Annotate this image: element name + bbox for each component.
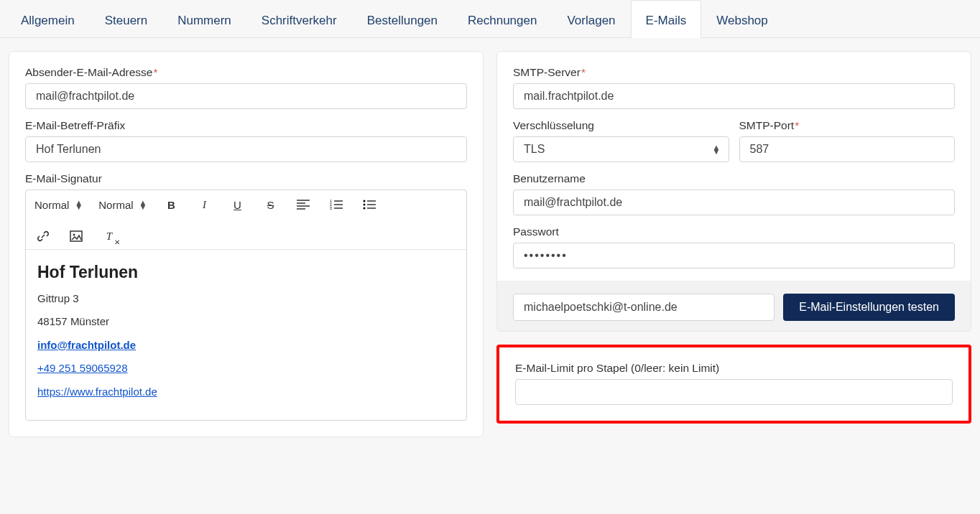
rte-toolbar: Normal ▲▼ Normal ▲▼ B I U S	[26, 190, 466, 250]
bold-icon[interactable]: B	[162, 196, 180, 213]
test-email-input[interactable]	[513, 294, 775, 321]
chevrons-icon: ▲▼	[139, 200, 147, 209]
tab-rechnungen[interactable]: Rechnungen	[453, 0, 552, 38]
tab-steuern[interactable]: Steuern	[90, 0, 163, 38]
signature-editor: Normal ▲▼ Normal ▲▼ B I U S	[25, 190, 467, 421]
email-limit-label: E-Mail-Limit pro Stapel (0/leer: kein Li…	[515, 362, 953, 375]
strikethrough-icon[interactable]: S	[262, 196, 279, 213]
chevrons-icon: ▲▼	[75, 200, 83, 209]
signature-phone-link[interactable]: +49 251 59065928	[37, 362, 128, 374]
smtp-port-label: SMTP-Port*	[739, 119, 956, 132]
link-icon[interactable]	[34, 228, 52, 245]
email-limit-card: E-Mail-Limit pro Stapel (0/leer: kein Li…	[496, 345, 971, 424]
svg-text:3: 3	[330, 206, 332, 210]
svg-point-5	[364, 207, 366, 210]
tab-vorlagen[interactable]: Vorlagen	[552, 0, 630, 38]
sender-card: Absender-E-Mail-Adresse* E-Mail-Betreff-…	[9, 51, 484, 437]
svg-point-3	[364, 200, 366, 202]
signature-heading: Hof Terlunen	[37, 260, 455, 285]
rte-font-select[interactable]: Normal ▲▼	[98, 199, 147, 211]
image-icon[interactable]	[68, 228, 85, 245]
signature-content[interactable]: Hof Terlunen Gittrup 3 48157 Münster inf…	[26, 250, 466, 420]
tab-nummern[interactable]: Nummern	[162, 0, 246, 38]
sender-email-input[interactable]	[25, 83, 467, 109]
smtp-server-label: SMTP-Server*	[513, 66, 955, 79]
smtp-server-input[interactable]	[513, 83, 955, 109]
encryption-label: Verschlüsselung	[513, 119, 729, 132]
signature-address2: 48157 Münster	[37, 314, 455, 330]
svg-point-7	[73, 234, 75, 236]
tab-schriftverkehr[interactable]: Schriftverkehr	[246, 0, 352, 38]
underline-icon[interactable]: U	[228, 196, 246, 213]
signature-url-link[interactable]: https://www.frachtpilot.de	[37, 386, 157, 398]
signature-label: E-Mail-Signatur	[25, 172, 467, 185]
password-label: Passwort	[513, 225, 955, 238]
subject-prefix-input[interactable]	[25, 136, 467, 162]
subject-prefix-label: E-Mail-Betreff-Präfix	[25, 119, 467, 132]
italic-icon[interactable]: I	[195, 196, 213, 213]
signature-email-link[interactable]: info@frachtpilot.de	[37, 339, 136, 351]
align-icon[interactable]	[295, 196, 312, 213]
smtp-card: SMTP-Server* Verschlüsselung ▲▼	[496, 51, 971, 285]
tabs-bar: Allgemein Steuern Nummern Schriftverkehr…	[0, 0, 980, 38]
email-limit-input[interactable]	[515, 379, 953, 405]
tab-bestellungen[interactable]: Bestellungen	[352, 0, 453, 38]
sender-email-label: Absender-E-Mail-Adresse*	[25, 66, 467, 79]
ordered-list-icon[interactable]: 123	[328, 196, 345, 213]
smtp-port-input[interactable]	[739, 136, 956, 162]
test-row: E-Mail-Einstellungen testen	[496, 281, 971, 332]
tab-emails[interactable]: E-Mails	[631, 0, 702, 38]
test-settings-button[interactable]: E-Mail-Einstellungen testen	[783, 294, 955, 321]
smtp-block: SMTP-Server* Verschlüsselung ▲▼	[496, 51, 971, 332]
clear-format-icon[interactable]: T✕	[101, 228, 118, 245]
tab-allgemein[interactable]: Allgemein	[6, 0, 90, 38]
password-input[interactable]	[513, 243, 955, 268]
username-input[interactable]	[513, 190, 955, 215]
rte-heading-select[interactable]: Normal ▲▼	[34, 199, 83, 211]
svg-point-4	[364, 204, 366, 206]
encryption-select[interactable]	[513, 136, 729, 162]
tab-webshop[interactable]: Webshop	[701, 0, 783, 38]
unordered-list-icon[interactable]	[361, 196, 378, 213]
username-label: Benutzername	[513, 172, 955, 185]
signature-address1: Gittrup 3	[37, 291, 455, 307]
